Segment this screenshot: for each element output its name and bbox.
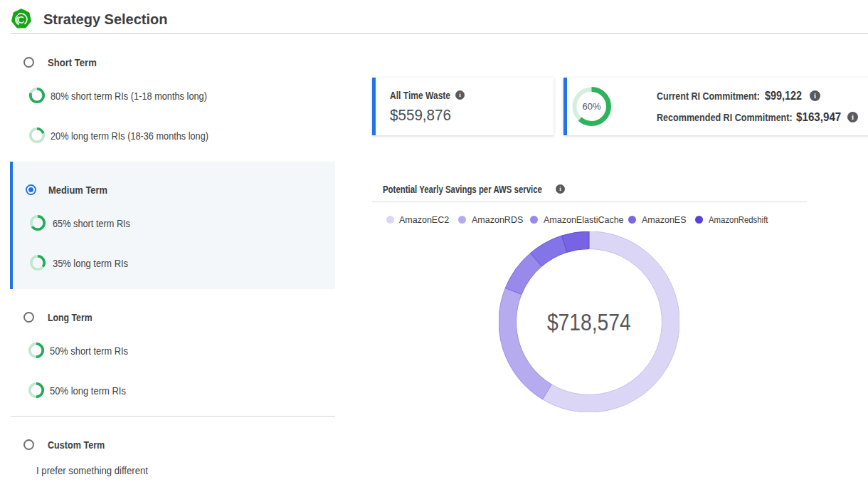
svg-text:60%: 60% <box>582 101 600 112</box>
